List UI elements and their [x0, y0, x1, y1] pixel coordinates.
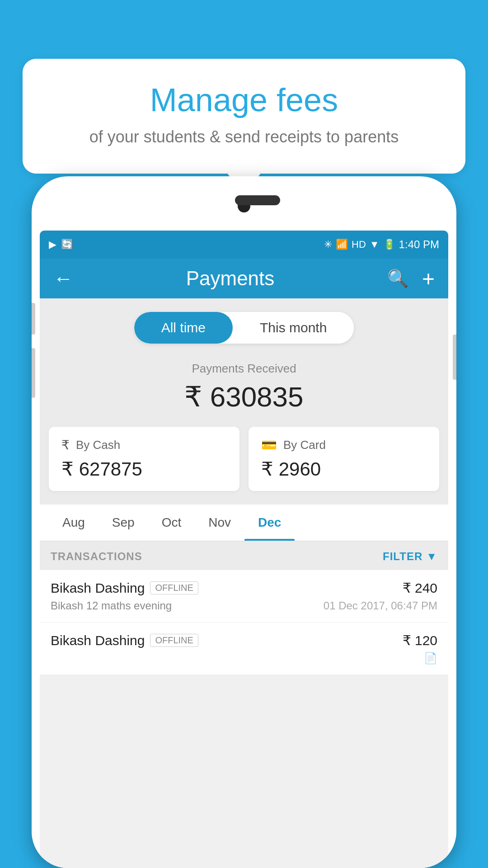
transaction-name-1: Bikash Dashing	[51, 580, 145, 596]
toggle-section: All time This month	[40, 298, 448, 353]
sync-icon: 🔄	[61, 239, 73, 250]
bubble-subtitle: of your students & send receipts to pare…	[50, 127, 438, 146]
bubble-title: Manage fees	[50, 81, 438, 118]
back-button[interactable]: ←	[53, 267, 73, 290]
by-card-amount: ₹ 2960	[261, 458, 427, 480]
top-bar: ← Payments 🔍 +	[40, 259, 448, 298]
card-icon: 💳	[261, 438, 277, 453]
payment-amount: ₹ 630835	[40, 380, 448, 413]
transaction-row1-2: Bikash Dashing OFFLINE ₹ 120	[51, 632, 437, 648]
name-badge-row-2: Bikash Dashing OFFLINE	[51, 633, 198, 648]
payment-summary: Payments Received ₹ 630835	[40, 353, 448, 427]
content-area: All time This month Payments Received ₹ …	[40, 298, 448, 675]
transaction-item-1[interactable]: Bikash Dashing OFFLINE ₹ 240 Bikash 12 m…	[40, 570, 448, 623]
cards-row: ₹ By Cash ₹ 627875 💳 By Card ₹ 2960	[40, 427, 448, 505]
phone-speaker	[235, 195, 280, 205]
add-button[interactable]: +	[422, 266, 435, 291]
payment-label: Payments Received	[40, 362, 448, 376]
tab-nov[interactable]: Nov	[195, 505, 244, 541]
phone-screen: ▶ 🔄 ✳ 📶 HD ▼ 🔋 1:40 PM ← Payments 🔍 +	[40, 231, 448, 868]
transaction-row1: Bikash Dashing OFFLINE ₹ 240	[51, 580, 437, 596]
transaction-item-2[interactable]: Bikash Dashing OFFLINE ₹ 120 📄	[40, 623, 448, 675]
bluetooth-icon: ✳	[324, 239, 332, 250]
all-time-toggle[interactable]: All time	[134, 312, 233, 344]
filter-icon: ▼	[426, 550, 437, 563]
page-title: Payments	[186, 267, 275, 290]
by-card-label: By Card	[283, 438, 326, 452]
tab-aug[interactable]: Aug	[49, 505, 99, 541]
status-time: 1:40 PM	[399, 238, 439, 251]
transaction-amount-1: ₹ 240	[403, 580, 437, 596]
by-card-header: 💳 By Card	[261, 438, 427, 453]
play-icon: ▶	[49, 239, 56, 250]
transaction-sub-1: Bikash 12 maths evening	[51, 599, 172, 612]
status-left-icons: ▶ 🔄	[49, 239, 73, 250]
status-right-icons: ✳ 📶 HD ▼ 🔋 1:40 PM	[324, 238, 439, 251]
toggle-container: All time This month	[134, 312, 354, 344]
document-icon: 📄	[424, 652, 437, 665]
tab-sep[interactable]: Sep	[99, 505, 148, 541]
signal-icon: 📶	[336, 239, 348, 250]
transaction-date-1: 01 Dec 2017, 06:47 PM	[324, 599, 437, 612]
phone-button-left1	[32, 303, 35, 335]
speech-bubble: Manage fees of your students & send rece…	[23, 59, 465, 174]
by-cash-amount: ₹ 627875	[61, 458, 227, 480]
transaction-row2-2: 📄	[51, 652, 437, 665]
wifi-icon: ▼	[370, 239, 380, 250]
transactions-header: TRANSACTIONS FILTER ▼	[40, 541, 448, 570]
transactions-label: TRANSACTIONS	[51, 550, 142, 563]
this-month-toggle[interactable]: This month	[233, 312, 354, 344]
tab-dec[interactable]: Dec	[244, 505, 295, 541]
battery-icon: 🔋	[383, 239, 395, 250]
phone-button-right	[453, 335, 456, 380]
by-cash-label: By Cash	[76, 438, 120, 452]
cash-icon: ₹	[61, 438, 70, 453]
transaction-row2: Bikash 12 maths evening 01 Dec 2017, 06:…	[51, 599, 437, 612]
phone-button-left2	[32, 348, 35, 398]
by-cash-header: ₹ By Cash	[61, 438, 227, 453]
name-badge-row: Bikash Dashing OFFLINE	[51, 580, 198, 596]
by-card-card: 💳 By Card ₹ 2960	[249, 427, 439, 491]
transaction-badge-1: OFFLINE	[150, 581, 198, 594]
month-tabs: Aug Sep Oct Nov Dec	[40, 505, 448, 541]
filter-button[interactable]: FILTER ▼	[383, 550, 437, 563]
phone-frame: ▶ 🔄 ✳ 📶 HD ▼ 🔋 1:40 PM ← Payments 🔍 +	[32, 176, 456, 868]
by-cash-card: ₹ By Cash ₹ 627875	[49, 427, 239, 491]
status-bar: ▶ 🔄 ✳ 📶 HD ▼ 🔋 1:40 PM	[40, 231, 448, 259]
transaction-amount-2: ₹ 120	[403, 632, 437, 648]
transaction-badge-2: OFFLINE	[150, 634, 198, 647]
search-button[interactable]: 🔍	[387, 269, 408, 288]
tab-oct[interactable]: Oct	[148, 505, 195, 541]
transaction-name-2: Bikash Dashing	[51, 633, 145, 648]
filter-label: FILTER	[383, 550, 422, 563]
hd-badge: HD	[352, 239, 366, 250]
top-bar-actions: 🔍 +	[387, 266, 435, 291]
